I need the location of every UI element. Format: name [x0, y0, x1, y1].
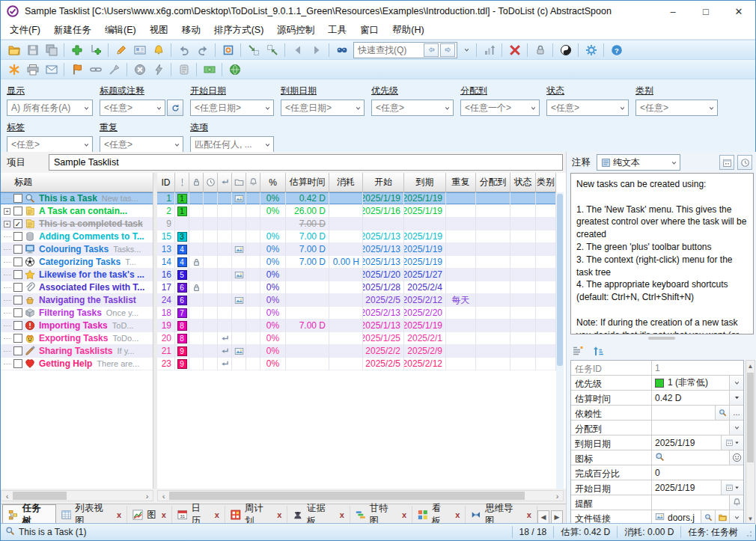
redo-button[interactable]	[193, 42, 212, 58]
link-button[interactable]	[86, 61, 105, 78]
menu-item-2[interactable]: 编辑(E)	[98, 22, 143, 39]
prev-task-button[interactable]	[288, 42, 307, 58]
find-tasks-button[interactable]	[332, 42, 351, 58]
attribute-value[interactable]: 0	[652, 465, 743, 480]
scroll-down-arrow[interactable]: ▼	[748, 513, 754, 524]
view-toggle-button[interactable]	[219, 42, 237, 58]
task-checkbox[interactable]	[13, 245, 22, 254]
comments-format-combo[interactable]: 纯文本	[597, 154, 680, 171]
column-header-est[interactable]: 估算时间	[286, 173, 329, 192]
tab-scroll-right-button[interactable]: ▶	[551, 510, 563, 524]
donate-button[interactable]	[200, 61, 219, 78]
task-row-columns[interactable]: 1980%7.00 D2025/1/132025/1/19	[157, 320, 556, 332]
tab-view-5[interactable]: 证据板x	[287, 506, 350, 524]
tab-view-4[interactable]: 周计划x	[225, 506, 287, 524]
column-header-pri[interactable]	[175, 173, 189, 192]
task-row-title[interactable]: Navigating the Tasklist	[1, 294, 153, 307]
attribute-value[interactable]	[652, 495, 729, 510]
task-checkbox[interactable]	[13, 270, 22, 279]
menu-item-1[interactable]: 新建任务	[47, 22, 98, 39]
spur-button[interactable]	[4, 61, 23, 78]
attribute-value[interactable]: 0.42 D	[652, 391, 729, 405]
attr-sort-button[interactable]	[591, 343, 606, 358]
scrollbar-thumb[interactable]	[13, 492, 67, 500]
scrollbar-thumb[interactable]	[747, 373, 754, 462]
tab-task-tree[interactable]: 任务树	[2, 504, 56, 524]
maximize-button[interactable]: □	[689, 1, 722, 22]
quick-find-input[interactable]	[358, 45, 422, 55]
attribute-value[interactable]: 1 (非常低)	[652, 376, 729, 390]
attribute-calendar-button[interactable]	[721, 480, 743, 495]
task-row-title[interactable]: Categorizing TasksT...	[1, 256, 153, 269]
quick-find-box[interactable]	[353, 42, 457, 58]
attribute-value[interactable]: 2025/1/19	[652, 480, 721, 495]
cancel-circle-button[interactable]	[130, 61, 149, 78]
task-checkbox[interactable]	[13, 308, 22, 317]
menu-item-6[interactable]: 源码控制	[270, 22, 321, 39]
tab-close-button[interactable]: x	[277, 510, 281, 519]
filter-combo[interactable]: <任意日期>	[281, 100, 365, 116]
scroll-left-arrow[interactable]: ‹	[158, 492, 169, 501]
task-row-title[interactable]: Likewise for the task's ...	[1, 269, 153, 281]
preferences-gear-button[interactable]	[582, 42, 600, 58]
tab-close-button[interactable]: x	[340, 510, 344, 519]
task-row-columns[interactable]: 1870%2025/2/132025/2/20	[157, 307, 556, 320]
scrollbar-thumb[interactable]	[557, 194, 563, 366]
column-header-status[interactable]: 状态	[510, 173, 536, 192]
task-vertical-scrollbar[interactable]	[556, 192, 564, 489]
title-pane-hscrollbar[interactable]: ‹ ›	[1, 490, 153, 501]
attr-outline-button[interactable]	[570, 343, 585, 358]
tab-view-3[interactable]: 31日历x	[172, 506, 225, 524]
indent-right-button[interactable]	[244, 42, 263, 58]
filter-combo[interactable]: <任意>	[100, 100, 165, 116]
quick-find-next-button[interactable]	[440, 43, 455, 57]
panel-split-handle[interactable]	[648, 337, 675, 340]
column-header-spent[interactable]: 消耗	[329, 173, 363, 192]
task-checkbox[interactable]: ✓	[13, 219, 22, 228]
menu-item-8[interactable]: 窗口	[353, 22, 385, 39]
task-row-columns[interactable]: 2080%2025/1/252025/2/1	[157, 332, 556, 345]
tab-view-7[interactable]: 看板x	[412, 506, 466, 524]
attribute-magnifier-button[interactable]	[715, 406, 729, 420]
email-button[interactable]	[42, 61, 61, 78]
save-all-button[interactable]	[42, 42, 61, 58]
column-header-lock[interactable]	[189, 173, 204, 192]
scrollbar-track[interactable]	[169, 491, 552, 501]
attribute-smiley-button[interactable]	[729, 450, 743, 465]
task-row-columns[interactable]: 1650%2025/1/202025/1/27	[157, 269, 556, 281]
column-header-pct[interactable]: %	[260, 173, 286, 192]
attribute-bellbtn-button[interactable]	[729, 495, 743, 510]
column-header-cat[interactable]: 类别	[536, 173, 556, 192]
task-row-title[interactable]: +✓This is a completed task	[1, 218, 153, 230]
filter-combo[interactable]: <任意>	[635, 100, 718, 116]
menu-item-0[interactable]: 文件(F)	[3, 22, 47, 39]
task-row-columns[interactable]: 1530%7.00 D2025/1/132025/1/19	[157, 230, 556, 243]
attribute-chevron-button[interactable]	[729, 376, 743, 390]
lightning-button[interactable]	[149, 61, 168, 78]
tab-close-button[interactable]: x	[455, 510, 460, 519]
menu-item-9[interactable]: 帮助(H)	[385, 22, 430, 39]
close-button[interactable]: ✕	[722, 1, 755, 22]
scroll-right-arrow[interactable]: ›	[141, 492, 153, 501]
attribute-chevron-button[interactable]	[729, 421, 743, 435]
task-checkbox[interactable]	[13, 257, 22, 266]
column-header-start[interactable]: 开始	[363, 173, 404, 192]
menu-item-7[interactable]: 工具	[321, 22, 353, 39]
task-row-columns[interactable]: 97.00 D	[157, 218, 556, 230]
columns-pane-hscrollbar[interactable]: ‹ ›	[157, 490, 564, 501]
menu-item-5[interactable]: 排序方式(S)	[207, 22, 271, 39]
password-lock-button[interactable]	[531, 42, 549, 58]
tab-view-2[interactable]: 图x	[127, 506, 172, 524]
filter-combo[interactable]: 匹配任何人, ...	[190, 136, 274, 153]
resize-grip[interactable]	[746, 527, 752, 537]
task-row-title[interactable]: Getting HelpThere are...	[1, 358, 153, 370]
task-row-title[interactable]: Adding Comments to T...	[1, 230, 153, 243]
task-row-columns[interactable]: 210%26.00 D2025/1/162025/1/19	[157, 205, 556, 218]
task-row-title[interactable]: Associated Files with T...	[1, 281, 153, 294]
task-checkbox[interactable]	[13, 346, 22, 355]
tab-view-8[interactable]: 思维导图x	[466, 506, 537, 524]
filter-combo[interactable]: <任意>	[100, 136, 183, 153]
theme-yinyang-button[interactable]	[556, 42, 575, 58]
scroll-up-arrow[interactable]: ▲	[748, 361, 754, 371]
task-checkbox[interactable]	[13, 194, 22, 203]
